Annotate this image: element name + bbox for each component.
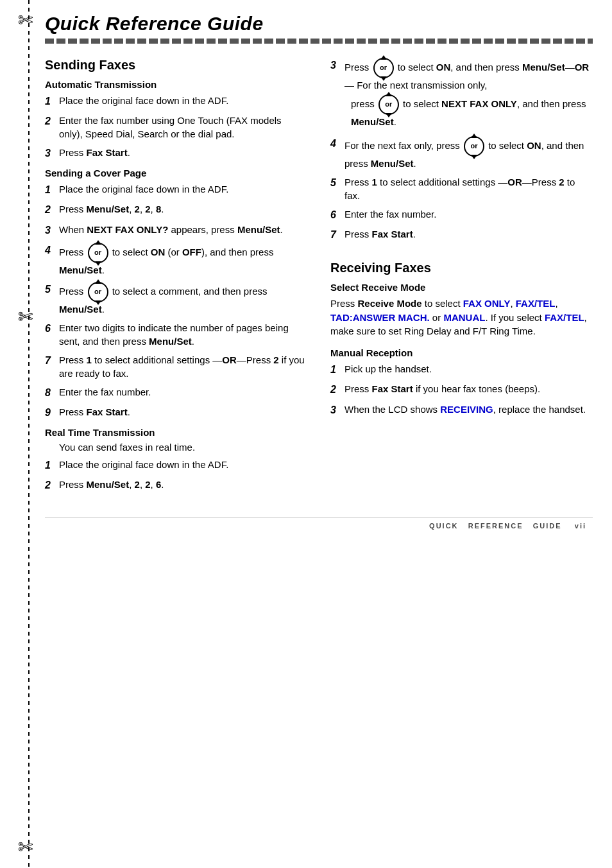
realtime-step-1: 1 Place the original face down in the AD… (45, 458, 307, 473)
cover-step-2: 2 Press Menu/Set, 2, 2, 8. (45, 202, 307, 217)
cover-step-7: 7 Press 1 to select additional settings … (45, 353, 307, 380)
auto-transmission-title: Automatic Transmission (45, 79, 307, 90)
or-icon-rt4: or (464, 136, 484, 157)
auto-step-1: 1 Place the original face down in the AD… (45, 94, 307, 108)
manual-step-2: 2 Press Fax Start if you hear fax tones … (330, 382, 593, 397)
cover-step-6: 6 Enter two digits to indicate the numbe… (45, 321, 307, 348)
auto-steps-list: 1 Place the original face down in the AD… (45, 94, 307, 161)
auto-step-2: 2 Enter the fax number using One Touch (… (45, 114, 307, 141)
cover-step-1: 1 Place the original face down in the AD… (45, 182, 307, 197)
manual-steps-list: 1 Pick up the handset. 2 Press Fax Start… (330, 362, 593, 417)
rt-step-7: 7 Press Fax Start. (330, 227, 593, 242)
scissors-bot-icon: ✄ (18, 838, 33, 856)
receiving-section: Receiving Faxes Select Receive Mode Pres… (330, 261, 593, 417)
manual-step-1: 1 Pick up the handset. (330, 362, 593, 377)
rt-step-5: 5 Press 1 to select additional settings … (330, 175, 593, 202)
realtime-steps-list: 1 Place the original face down in the AD… (45, 458, 307, 493)
rt-step-6: 6 Enter the fax number. (330, 207, 593, 222)
footer-text: QUICK REFERENCE GUIDE vii (429, 522, 586, 530)
select-mode-title: Select Receive Mode (330, 282, 593, 293)
realtime-right-list: 3 Press or to select ON, and then press … (330, 58, 593, 243)
scissors-top-icon: ✄ (18, 12, 33, 30)
cover-step-3: 3 When NEXT FAX ONLY? appears, press Men… (45, 223, 307, 238)
rt-step-3: 3 Press or to select ON, and then press … (330, 58, 593, 131)
content-columns: Sending Faxes Automatic Transmission 1 P… (45, 58, 593, 498)
footer: QUICK REFERENCE GUIDE vii (45, 517, 593, 530)
cut-line (28, 0, 30, 868)
manual-reception-title: Manual Reception (330, 347, 593, 358)
auto-step-3: 3 Press Fax Start. (45, 146, 307, 161)
cover-page-title: Sending a Cover Page (45, 168, 307, 178)
title-divider (45, 39, 593, 44)
or-icon-rt3b: or (378, 94, 399, 115)
or-icon-cover5: or (88, 282, 108, 302)
right-column: 3 Press or to select ON, and then press … (330, 58, 593, 498)
cover-step-4: 4 Press or to select ON (or OFF), and th… (45, 243, 307, 277)
rt-step3-indent: press or to select NEXT FAX ONLY, and th… (351, 94, 593, 128)
select-mode-desc: Press Receive Mode to select FAX ONLY, F… (330, 297, 593, 338)
sending-faxes-title: Sending Faxes (45, 58, 307, 73)
cover-steps-list: 1 Place the original face down in the AD… (45, 182, 307, 421)
manual-step-3: 3 When the LCD shows RECEIVING, replace … (330, 403, 593, 417)
realtime-intro: You can send faxes in real time. (59, 442, 307, 453)
left-column: Sending Faxes Automatic Transmission 1 P… (45, 58, 307, 498)
cover-step-5: 5 Press or to select a comment, and then… (45, 282, 307, 316)
realtime-step-2: 2 Press Menu/Set, 2, 2, 6. (45, 478, 307, 492)
footer-page: vii (575, 522, 586, 530)
cover-step-8: 8 Enter the fax number. (45, 385, 307, 400)
scissors-mid-icon: ✄ (18, 308, 33, 326)
or-icon-cover4: or (88, 243, 108, 263)
page-title: Quick Reference Guide (45, 13, 593, 35)
or-icon-rt3: or (373, 58, 394, 78)
cover-step-9: 9 Press Fax Start. (45, 405, 307, 420)
rt-step-4: 4 For the next fax only, press or to sel… (330, 136, 593, 170)
receiving-faxes-title: Receiving Faxes (330, 261, 593, 275)
realtime-title: Real Time Transmission (45, 427, 307, 438)
